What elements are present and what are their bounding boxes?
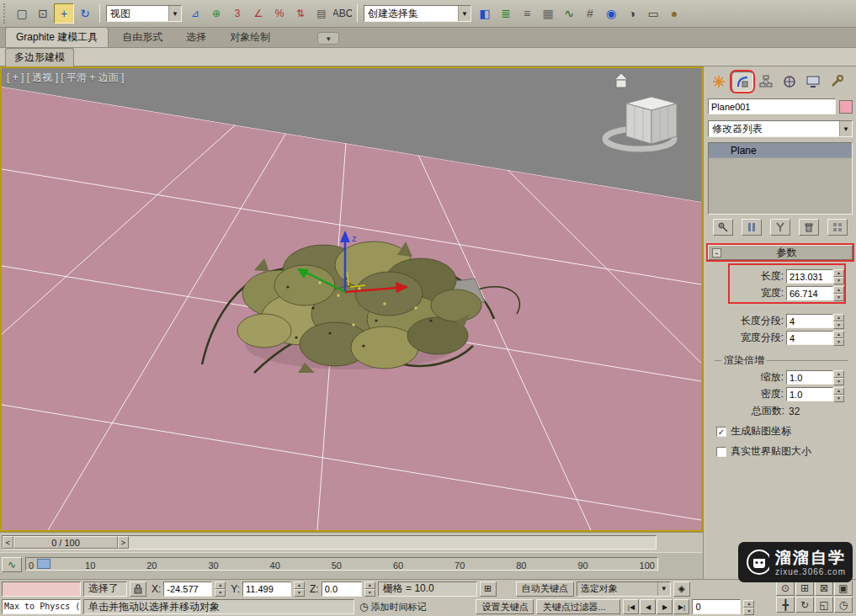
set-key-button[interactable]: 设置关键点: [476, 599, 534, 614]
y-coord-input[interactable]: [242, 581, 291, 597]
maximize-viewport-icon[interactable]: ◱: [815, 597, 833, 613]
viewport-label[interactable]: [ + ] [ 透视 ] [ 平滑 + 边面 ]: [7, 71, 124, 85]
reference-coordinate-dropdown[interactable]: 视图 ▼: [106, 5, 182, 22]
render-setup-icon[interactable]: ◑: [622, 3, 642, 24]
snap-toggle-3d-icon[interactable]: 3: [227, 3, 247, 24]
make-unique-button[interactable]: [770, 219, 790, 236]
chevron-down-icon[interactable]: ▼: [657, 582, 670, 596]
x-coord-input[interactable]: [163, 581, 212, 597]
maxscript-mini-listener[interactable]: Max to Physcs (: [2, 599, 81, 614]
edit-named-selection-sets-icon[interactable]: ▤: [311, 3, 332, 24]
scale-input[interactable]: [786, 370, 833, 385]
pan-icon[interactable]: ╋: [776, 597, 795, 613]
density-input[interactable]: [786, 387, 833, 401]
frame-spinner[interactable]: ▲▼: [743, 600, 754, 614]
schematic-view-icon[interactable]: #: [580, 3, 600, 24]
key-filters-button[interactable]: 关键点过滤器...: [536, 599, 620, 614]
curve-editor-icon[interactable]: ∿: [559, 3, 579, 24]
generate-mapping-coords-checkbox[interactable]: ✓: [716, 427, 726, 437]
select-and-move-icon[interactable]: +: [54, 3, 74, 24]
time-config-icon[interactable]: ◷: [834, 597, 853, 613]
graphite-ribbon-toggle-icon[interactable]: ▦: [538, 3, 558, 24]
rendered-frame-window-icon[interactable]: ▭: [643, 3, 663, 24]
spinner-snap-icon[interactable]: ⇅: [290, 3, 311, 24]
width-segs-spinner[interactable]: ▲▼: [833, 331, 844, 345]
rollout-collapse-icon[interactable]: -: [712, 248, 721, 258]
parameters-rollout-header[interactable]: - 参数: [708, 245, 853, 260]
auto-key-button[interactable]: 自动关键点: [516, 581, 574, 597]
modifier-list-dropdown[interactable]: 修改器列表 ▼: [708, 120, 853, 137]
tab-display[interactable]: [802, 72, 824, 92]
tab-selection[interactable]: 选择: [176, 28, 216, 47]
toolbar-handle[interactable]: [3, 3, 8, 24]
named-selection-set-dropdown[interactable]: 创建选择集 ▼: [364, 5, 471, 22]
tab-motion[interactable]: [779, 72, 800, 92]
select-and-rotate-icon[interactable]: ↻: [75, 3, 95, 24]
chevron-down-icon[interactable]: ▼: [458, 6, 471, 21]
chevron-down-icon[interactable]: ▼: [168, 6, 181, 21]
tab-create[interactable]: [708, 72, 730, 92]
current-time-marker[interactable]: [37, 559, 51, 569]
play-button[interactable]: ▶: [657, 599, 673, 614]
density-spinner[interactable]: ▲▼: [833, 387, 844, 401]
time-slider-thumb[interactable]: 0 / 100: [13, 536, 118, 549]
chevron-down-icon[interactable]: ▼: [839, 121, 852, 136]
render-production-icon[interactable]: ●: [664, 3, 684, 24]
angle-snap-icon[interactable]: ∠: [248, 3, 268, 24]
go-to-start-button[interactable]: |◀: [623, 599, 639, 614]
previous-frame-button[interactable]: ◀: [640, 599, 656, 614]
offset-mode-icon[interactable]: ⊞: [480, 581, 497, 597]
width-spinner[interactable]: ▲▼: [833, 286, 844, 300]
remove-modifier-button[interactable]: [799, 219, 819, 236]
keyboard-shortcut-override-icon[interactable]: ABC: [332, 3, 353, 24]
show-end-result-button[interactable]: [742, 219, 762, 236]
tab-hierarchy[interactable]: [755, 72, 777, 92]
select-and-scale-icon[interactable]: ⊿: [185, 3, 205, 24]
tab-utilities[interactable]: [826, 72, 848, 92]
select-and-manipulate-icon[interactable]: ⊕: [206, 3, 226, 24]
length-segs-spinner[interactable]: ▲▼: [833, 314, 844, 328]
align-icon[interactable]: ≣: [496, 3, 516, 24]
previous-frame-arrow[interactable]: <: [3, 536, 13, 549]
configure-modifier-sets-button[interactable]: [827, 219, 848, 236]
viewport-canvas[interactable]: z: [2, 68, 701, 530]
key-filter-scope-dropdown[interactable]: 选定对象 ▼: [577, 581, 671, 597]
selection-lock-icon[interactable]: [130, 581, 146, 597]
real-world-map-size-checkbox[interactable]: [716, 447, 726, 457]
x-spinner[interactable]: ▲▼: [215, 581, 226, 596]
tab-object-paint[interactable]: 对象绘制: [220, 28, 280, 47]
object-name-input[interactable]: [708, 98, 836, 114]
add-time-tag[interactable]: 添加时间标记: [370, 601, 426, 613]
object-color-swatch[interactable]: [839, 100, 853, 114]
width-input[interactable]: [786, 286, 833, 300]
pin-stack-button[interactable]: [713, 219, 733, 236]
tab-graphite-modeling[interactable]: Graphite 建模工具: [5, 27, 109, 47]
width-segs-input[interactable]: [786, 331, 833, 345]
orbit-icon[interactable]: ↻: [795, 597, 814, 613]
mini-curve-editor-button[interactable]: ∿: [2, 557, 22, 572]
percent-snap-icon[interactable]: %: [269, 3, 290, 24]
tab-modify[interactable]: [731, 72, 753, 92]
length-segs-input[interactable]: [786, 314, 833, 328]
macro-recorder-area[interactable]: [2, 581, 81, 597]
track-bar[interactable]: ∿ 0102030405060708090100: [0, 552, 703, 579]
tab-freeform[interactable]: 自由形式: [112, 28, 173, 47]
go-to-end-button[interactable]: ▶|: [673, 599, 689, 614]
length-input[interactable]: [786, 269, 833, 284]
perspective-viewport[interactable]: z [ + ] [ 透视 ] [ 平滑 + 边面 ]: [0, 66, 703, 532]
time-slider-track[interactable]: < 0 / 100 >: [2, 535, 657, 550]
window-crossing-icon[interactable]: ⊡: [33, 3, 53, 24]
current-frame-input[interactable]: [692, 599, 741, 614]
z-coord-input[interactable]: [322, 581, 362, 597]
key-mode-toggle-icon[interactable]: ◈: [673, 581, 690, 597]
rectangular-selection-region-icon[interactable]: ▢: [12, 3, 32, 24]
z-spinner[interactable]: ▲▼: [364, 581, 375, 596]
tab-polygon-modeling[interactable]: 多边形建模: [5, 48, 74, 66]
scale-spinner[interactable]: ▲▼: [833, 370, 844, 385]
mirror-icon[interactable]: ◧: [475, 3, 495, 24]
y-spinner[interactable]: ▲▼: [294, 581, 305, 596]
ribbon-minimize-icon[interactable]: ▾: [317, 32, 339, 45]
stack-item-plane[interactable]: Plane: [709, 143, 852, 158]
material-editor-icon[interactable]: ◉: [601, 3, 621, 24]
layer-manager-icon[interactable]: ≡: [517, 3, 537, 24]
